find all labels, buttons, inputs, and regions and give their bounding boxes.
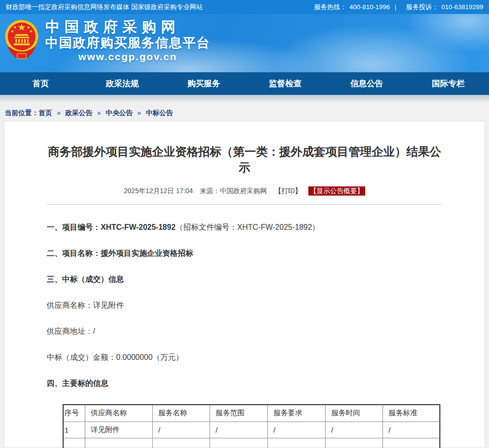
complaint-number: 010-63819289 xyxy=(441,3,483,11)
nav-item-supervision[interactable]: 监督检查 xyxy=(245,72,326,95)
cell-service-requirements: / xyxy=(267,422,325,438)
contact-divider: | xyxy=(395,3,396,11)
cell-service-name xyxy=(152,438,210,448)
cell-service-time xyxy=(325,438,383,448)
table-row xyxy=(63,438,440,448)
show-summary-button[interactable]: 【显示公告概要】 xyxy=(308,186,365,196)
source-name: 中国政府采购网 xyxy=(220,187,267,195)
nav-item-announcements[interactable]: 信息公告 xyxy=(326,72,408,95)
col-header-service-name: 服务名称 xyxy=(152,405,210,422)
page-title: 商务部援外项目实施企业资格招标（第一类：援外成套项目管理企业）结果公示 xyxy=(47,121,442,175)
cell-supplier-name xyxy=(85,438,152,448)
cell-service-scope: / xyxy=(210,422,267,438)
cell-serial xyxy=(63,438,85,448)
article-body: 一、项目编号：XHTC-FW-2025-1892（招标文件编号：XHTC-FW-… xyxy=(47,222,442,389)
top-utility-bar: 财政部唯一指定政府采购信息网络发布媒体 国家级政府采购专业网站 服务热线：400… xyxy=(0,0,489,14)
cell-service-requirements xyxy=(267,438,325,448)
site-title: 中国政府采购网 xyxy=(45,18,210,36)
breadcrumb-separator: » xyxy=(137,109,141,117)
site-logo-link[interactable]: 中国政府采购网 中国政府购买服务信息平台 www.ccgp.gov.cn xyxy=(0,14,489,64)
breadcrumb-item-central-announcements[interactable]: 中央公告 xyxy=(106,109,132,117)
main-subject-heading: 四、主要标的信息 xyxy=(47,378,442,389)
site-url: www.ccgp.gov.cn xyxy=(45,51,210,63)
complaint-label: 服务投诉： xyxy=(406,3,438,11)
hotline-label: 服务热线： xyxy=(314,3,347,11)
supplier-address-line: 供应商地址：/ xyxy=(47,326,442,337)
cell-service-standard: / xyxy=(383,422,440,438)
cell-service-scope xyxy=(210,438,267,448)
project-name-line: 二、项目名称：援外项目实施企业资格招标 xyxy=(47,248,442,259)
cell-supplier-name: 详见附件 xyxy=(85,422,152,438)
breadcrumb-label: 当前位置： xyxy=(5,109,39,117)
site-slogan: 财政部唯一指定政府采购信息网络发布媒体 国家级政府采购专业网站 xyxy=(6,3,203,12)
service-contacts: 服务热线：400-810-1996 | 服务投诉：010-63819289 xyxy=(311,3,483,12)
breadcrumb-item-home[interactable]: 首页 xyxy=(39,109,52,117)
col-header-serial: 序号 xyxy=(63,405,85,422)
table-row: 1 详见附件 / / / / / xyxy=(63,422,440,438)
nav-shadow-gradient xyxy=(0,95,489,103)
article-panel: 商务部援外项目实施企业资格招标（第一类：援外成套项目管理企业）结果公示 2025… xyxy=(4,121,485,447)
col-header-service-time: 服务时间 xyxy=(325,405,383,422)
national-emblem-logo xyxy=(3,17,40,64)
cell-service-name: / xyxy=(152,422,210,438)
col-header-service-standard: 服务标准 xyxy=(383,405,440,422)
hotline-number: 400-810-1996 xyxy=(349,3,390,11)
cell-service-time: / xyxy=(325,422,383,438)
cell-serial: 1 xyxy=(63,422,85,438)
nav-item-international[interactable]: 国际专栏 xyxy=(408,72,489,95)
breadcrumb-item-award-announcements[interactable]: 中标公告 xyxy=(146,109,173,117)
source-label: 来源： xyxy=(199,187,220,195)
nav-item-purchase-services[interactable]: 购买服务 xyxy=(163,72,244,95)
breadcrumb-item-procurement-announcements[interactable]: 政采公告 xyxy=(66,109,93,117)
site-header: 中国政府采购网 中国政府购买服务信息平台 www.ccgp.gov.cn xyxy=(0,14,489,72)
nav-item-regulations[interactable]: 政采法规 xyxy=(81,72,163,95)
col-header-service-requirements: 服务要求 xyxy=(267,405,325,422)
print-button[interactable]: 【打印】 xyxy=(275,187,302,195)
meta-divider xyxy=(47,204,442,205)
site-subtitle: 中国政府购买服务信息平台 xyxy=(45,36,210,51)
award-info-heading: 三、中标（成交）信息 xyxy=(47,274,442,285)
article-meta: 2025年12月12日 17:04 来源：中国政府采购网 【打印】 【显示公告概… xyxy=(47,187,442,196)
col-header-service-scope: 服务范围 xyxy=(210,405,267,422)
breadcrumb: 当前位置：首页 » 政采公告 » 中央公告 » 中标公告 xyxy=(0,103,489,121)
breadcrumb-separator: » xyxy=(97,109,101,117)
main-nav: 首页 政采法规 购买服务 监督检查 信息公告 国际专栏 xyxy=(0,72,489,95)
cell-service-standard xyxy=(383,438,440,448)
brand-text: 中国政府采购网 中国政府购买服务信息平台 www.ccgp.gov.cn xyxy=(45,18,210,63)
table-header-row: 序号 供应商名称 服务名称 服务范围 服务要求 服务时间 服务标准 xyxy=(63,405,440,422)
award-amount-line: 中标（成交）金额：0.0000000（万元） xyxy=(47,352,442,363)
nav-item-home[interactable]: 首页 xyxy=(0,72,81,95)
col-header-supplier-name: 供应商名称 xyxy=(85,405,152,422)
breadcrumb-separator: » xyxy=(57,109,61,117)
project-number-line: 一、项目编号：XHTC-FW-2025-1892（招标文件编号：XHTC-FW-… xyxy=(47,222,442,233)
publish-date: 2025年12月12日 17:04 xyxy=(124,187,193,195)
main-subject-table: 序号 供应商名称 服务名称 服务范围 服务要求 服务时间 服务标准 1 详见附件… xyxy=(63,404,440,448)
supplier-name-line: 供应商名称：详见附件 xyxy=(47,300,442,311)
